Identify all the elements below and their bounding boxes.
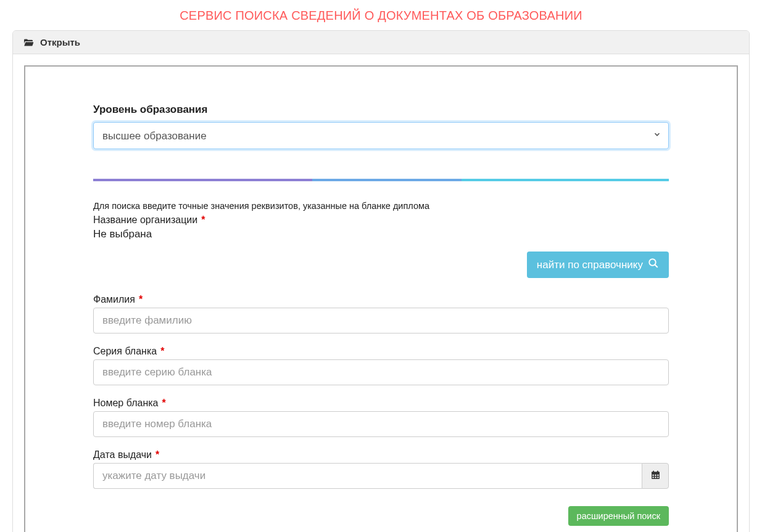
issue-date-label: Дата выдачи *: [93, 449, 669, 460]
surname-input[interactable]: [93, 308, 669, 334]
svg-line-1: [655, 264, 658, 268]
panel-header-label: Открыть: [40, 37, 80, 47]
panel-body: Уровень образования высшее образование Д…: [13, 54, 749, 532]
blank-series-input[interactable]: [93, 359, 669, 385]
education-level-select[interactable]: высшее образование: [93, 122, 669, 149]
svg-rect-8: [655, 477, 656, 478]
svg-rect-4: [652, 474, 653, 475]
svg-rect-9: [657, 477, 658, 478]
required-mark: *: [201, 215, 205, 226]
main-panel: Открыть Уровень образования высшее образ…: [12, 30, 750, 532]
blank-number-input[interactable]: [93, 411, 669, 437]
organization-label: Название организации *: [93, 215, 669, 226]
required-mark: *: [160, 346, 164, 357]
search-icon: [648, 258, 659, 272]
extended-search-label: расширенный поиск: [577, 511, 660, 521]
find-in-directory-button[interactable]: найти по справочнику: [527, 252, 669, 278]
education-level-label: Уровень образования: [93, 104, 669, 116]
form-hint: Для поиска введите точные значения рекви…: [93, 201, 669, 211]
svg-rect-5: [655, 474, 656, 475]
issue-date-input[interactable]: [93, 463, 642, 489]
svg-rect-3: [652, 472, 660, 473]
svg-rect-11: [656, 470, 658, 473]
panel-header-open[interactable]: Открыть: [13, 31, 749, 54]
svg-point-0: [649, 259, 656, 266]
blank-number-label: Номер бланка *: [93, 398, 669, 409]
svg-rect-7: [652, 477, 653, 478]
calendar-icon: [650, 470, 661, 483]
svg-rect-6: [657, 474, 658, 475]
surname-label: Фамилия *: [93, 294, 669, 305]
search-form-card: Уровень образования высшее образование Д…: [24, 65, 738, 532]
svg-rect-10: [653, 470, 654, 473]
required-mark: *: [155, 449, 159, 460]
gradient-divider: [93, 179, 669, 181]
organization-value: Не выбрана: [93, 228, 669, 240]
calendar-button[interactable]: [642, 463, 669, 489]
required-mark: *: [139, 294, 143, 305]
find-in-directory-label: найти по справочнику: [537, 259, 643, 271]
extended-search-button[interactable]: расширенный поиск: [568, 506, 669, 526]
folder-open-icon: [23, 38, 34, 47]
page-title: СЕРВИС ПОИСКА СВЕДЕНИЙ О ДОКУМЕНТАХ ОБ О…: [0, 0, 762, 30]
blank-series-label: Серия бланка *: [93, 346, 669, 357]
required-mark: *: [162, 398, 165, 409]
